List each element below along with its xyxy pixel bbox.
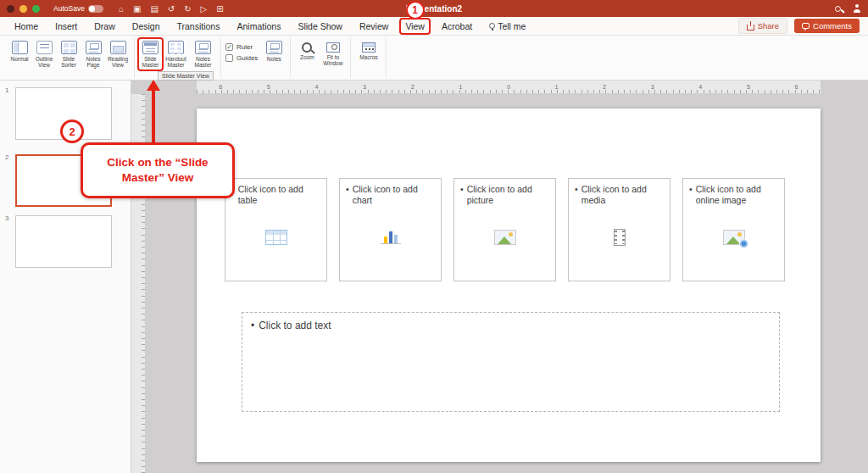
guides-checkbox-row[interactable]: Guides	[225, 54, 258, 62]
tab-acrobat[interactable]: Acrobat	[436, 18, 478, 35]
slide-sorter-label: Slide Sorter	[57, 56, 81, 69]
home-icon[interactable]: ⌂	[119, 4, 124, 14]
tab-view-label: View	[405, 21, 425, 31]
slide-2-number: 2	[5, 153, 8, 161]
bullet-glyph: •	[689, 184, 693, 206]
normal-view-button[interactable]: Normal	[8, 39, 31, 62]
placeholder-chart-label: Click icon to add chart	[353, 184, 435, 206]
zoom-button[interactable]: Zoom	[295, 39, 319, 60]
chart-icon[interactable]	[381, 231, 401, 244]
macros-label: Macros	[359, 54, 377, 60]
zoom-group: Zoom Fit to Window	[291, 37, 351, 78]
redo-icon[interactable]: ↻	[184, 4, 191, 14]
media-icon[interactable]	[614, 229, 626, 246]
macros-button[interactable]: Macros	[355, 39, 381, 60]
tab-animations[interactable]: Animations	[231, 18, 287, 35]
editing-canvas: 6 5 4 3 2 1 0 1 2 3 4 5 6 • Click icon t…	[131, 81, 868, 473]
tab-slide-show[interactable]: Slide Show	[292, 18, 348, 35]
ruler-label: 2	[581, 84, 629, 90]
placeholder-media[interactable]: • Click icon to add media	[568, 178, 670, 281]
autosave-toggle[interactable]	[88, 5, 103, 13]
tab-review[interactable]: Review	[353, 18, 394, 35]
notes-button[interactable]: Notes	[262, 39, 286, 62]
text-placeholder[interactable]: • Click to add text	[242, 312, 780, 412]
title-bar: AutoSave ⌂ ▣ ▤ ↺ ↻ ▷ ⊞ Presentation2	[0, 0, 868, 17]
notes-page-button[interactable]: Notes Page	[81, 39, 105, 69]
horizontal-ruler: 6 5 4 3 2 1 0 1 2 3 4 5 6	[197, 81, 821, 94]
tab-home[interactable]: Home	[8, 18, 44, 35]
comments-label: Comments	[813, 21, 852, 31]
ruler-label: 4	[676, 84, 725, 90]
notes-master-icon	[195, 41, 211, 54]
save-icon[interactable]: ▣	[133, 4, 141, 14]
reading-view-icon	[110, 41, 126, 54]
ruler-checkbox-row[interactable]: ✓ Ruler	[225, 43, 258, 51]
user-account-icon[interactable]	[853, 4, 861, 13]
tab-insert[interactable]: Insert	[49, 18, 83, 35]
ruler-label: 5	[725, 84, 773, 90]
comments-button[interactable]: Comments	[794, 19, 860, 33]
autosave-control[interactable]: AutoSave	[53, 4, 103, 13]
bullet-glyph: •	[460, 184, 464, 206]
annotation-step-1-badge: 1	[406, 1, 425, 19]
placeholder-picture-label: Click icon to add picture	[467, 184, 549, 206]
slide-sorter-button[interactable]: Slide Sorter	[57, 39, 81, 69]
placeholder-chart[interactable]: • Click icon to add chart	[339, 178, 442, 281]
slide-master-icon	[142, 41, 159, 54]
ruler-label: 6	[197, 84, 245, 90]
handout-master-button[interactable]: Handout Master	[163, 39, 189, 69]
zoom-label: Zoom	[300, 54, 314, 60]
show-group: ✓ Ruler Guides Notes	[221, 37, 291, 78]
undo-icon[interactable]: ↺	[168, 4, 175, 14]
minimize-window-button[interactable]	[19, 5, 27, 13]
slide-master-button[interactable]: Slide Master	[137, 37, 164, 71]
ruler-label: 0	[485, 84, 533, 90]
ruler-label: 3	[341, 84, 389, 90]
outline-view-button[interactable]: Outline View	[32, 39, 56, 69]
share-label: Share	[758, 21, 779, 31]
tab-design[interactable]: Design	[126, 18, 166, 35]
ruler-checkbox[interactable]: ✓	[225, 43, 233, 51]
table-icon[interactable]	[265, 230, 287, 245]
tab-transitions[interactable]: Transitions	[170, 18, 225, 35]
slide-thumbnail-3[interactable]	[15, 215, 112, 268]
tell-me-label: Tell me	[498, 21, 526, 31]
fit-to-window-button[interactable]: Fit to Window	[320, 39, 346, 67]
tab-tell-me[interactable]: Tell me	[483, 18, 531, 35]
placeholder-online-image-label: Click icon to add online image	[696, 184, 778, 206]
outline-view-label: Outline View	[32, 56, 56, 69]
tab-view[interactable]: View 1	[399, 18, 431, 35]
guides-checkbox[interactable]	[225, 54, 233, 62]
reading-view-button[interactable]: Reading View	[106, 39, 130, 69]
slide-thumbnail-2[interactable]	[15, 154, 112, 207]
customize-toolbar-icon[interactable]: ⊞	[216, 4, 223, 14]
autosave-label: AutoSave	[53, 4, 85, 13]
placeholder-online-image[interactable]: • Click icon to add online image	[682, 178, 785, 281]
share-icon	[747, 25, 754, 31]
picture-icon[interactable]	[494, 230, 516, 245]
notes-master-label: Notes Master	[190, 56, 216, 69]
share-button[interactable]: Share	[738, 18, 787, 34]
placeholder-picture[interactable]: • Click icon to add picture	[453, 178, 556, 281]
slide-thumbnail-panel: 1 2 3	[0, 81, 131, 473]
slide-3-number: 3	[5, 214, 8, 222]
slide-thumbnail-1[interactable]	[15, 87, 112, 140]
guides-checkbox-label: Guides	[236, 54, 258, 62]
placeholder-table[interactable]: • Click icon to add table	[225, 178, 327, 281]
quick-access-toolbar: ⌂ ▣ ▤ ↺ ↻ ▷ ⊞	[119, 4, 224, 14]
bullet-glyph: •	[231, 184, 235, 206]
notes-master-button[interactable]: Notes Master	[190, 39, 216, 69]
close-window-button[interactable]	[7, 5, 14, 13]
tab-draw[interactable]: Draw	[88, 18, 121, 35]
maximize-window-button[interactable]	[32, 5, 40, 13]
notes-page-label: Notes Page	[81, 56, 105, 69]
notes-label: Notes	[267, 56, 281, 62]
macros-group: Macros	[351, 37, 387, 78]
print-icon[interactable]: ▤	[150, 4, 158, 14]
play-slideshow-icon[interactable]: ▷	[201, 4, 208, 14]
ruler-label: 6	[772, 84, 821, 90]
online-image-icon[interactable]	[723, 230, 745, 245]
search-icon[interactable]	[835, 6, 841, 12]
fit-to-window-icon	[326, 42, 340, 53]
normal-view-label: Normal	[11, 56, 29, 62]
